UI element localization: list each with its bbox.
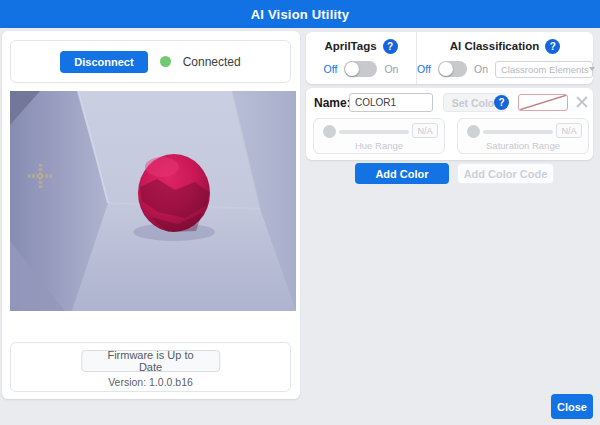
- hue-slider-track[interactable]: [339, 130, 409, 134]
- no-color-slash-icon: [519, 95, 567, 110]
- apriltags-title: AprilTags: [324, 40, 376, 52]
- color-name-row: Name: Set Color ?: [306, 93, 593, 113]
- apriltags-toggle[interactable]: [344, 61, 377, 77]
- ai-classification-title: AI Classification: [450, 40, 539, 52]
- color-editor-panel: Name: Set Color ? N/A Hue Range N/A Sa: [306, 88, 593, 160]
- toggle-knob: [345, 62, 359, 76]
- apriltags-on-label: On: [384, 63, 398, 75]
- toggle-knob: [439, 62, 453, 76]
- classification-model-value: Classroom Elements: [501, 64, 589, 75]
- ai-classification-on-label: On: [474, 63, 488, 75]
- hue-value-badge: N/A: [412, 123, 438, 138]
- add-color-code-button[interactable]: Add Color Code: [457, 163, 554, 184]
- hue-range-slider-box: N/A Hue Range: [313, 118, 445, 154]
- saturation-range-slider-box: N/A Saturation Range: [457, 118, 589, 154]
- classification-model-select[interactable]: Classroom Elements: [495, 61, 593, 78]
- chevron-down-icon: [589, 67, 595, 71]
- detection-toggles-panel: AprilTags ? Off On AI Classification ? O…: [306, 32, 593, 84]
- camera-feed[interactable]: [10, 91, 296, 311]
- camera-panel: Disconnect Connected: [2, 31, 300, 399]
- ai-classification-toggle[interactable]: [438, 61, 467, 77]
- close-button[interactable]: Close: [551, 394, 593, 419]
- firmware-status-button[interactable]: Firmware is Up to Date: [81, 350, 221, 372]
- ai-classification-off-label: Off: [417, 63, 431, 75]
- connected-status-icon: [160, 56, 171, 67]
- color-swatch[interactable]: [518, 94, 568, 111]
- saturation-slider-track[interactable]: [483, 130, 553, 134]
- apriltags-off-label: Off: [324, 63, 338, 75]
- add-color-button[interactable]: Add Color: [355, 163, 449, 184]
- ai-classification-help-icon[interactable]: ?: [545, 39, 560, 54]
- firmware-box: Firmware is Up to Date Version: 1.0.0.b1…: [10, 342, 291, 392]
- window-title: AI Vision Utility: [251, 7, 350, 22]
- firmware-version-label: Version: 1.0.0.b16: [11, 376, 290, 388]
- disconnect-button[interactable]: Disconnect: [60, 51, 147, 73]
- red-ball-object: [138, 154, 210, 232]
- hue-slider-handle[interactable]: [323, 125, 336, 138]
- hue-range-label: Hue Range: [314, 140, 444, 151]
- apriltags-help-icon[interactable]: ?: [383, 39, 398, 54]
- connection-status-label: Connected: [183, 55, 241, 69]
- saturation-range-label: Saturation Range: [458, 140, 588, 151]
- saturation-slider-handle[interactable]: [467, 125, 480, 138]
- saturation-value-badge: N/A: [556, 123, 582, 138]
- color-help-icon[interactable]: ?: [494, 95, 509, 110]
- name-label: Name:: [314, 96, 351, 110]
- apriltags-section: AprilTags ? Off On: [306, 32, 417, 84]
- remove-color-icon[interactable]: [574, 94, 590, 110]
- connection-box: Disconnect Connected: [10, 40, 291, 83]
- ai-classification-section: AI Classification ? Off On Classroom Ele…: [417, 32, 593, 84]
- color-name-input[interactable]: [349, 93, 433, 112]
- title-bar: AI Vision Utility: [0, 0, 600, 28]
- camera-scene: [10, 91, 296, 311]
